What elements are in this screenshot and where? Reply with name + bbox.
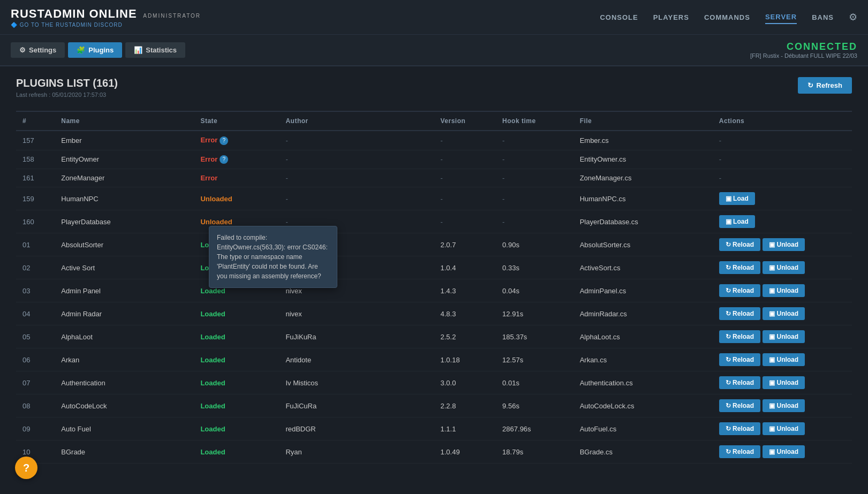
cell-actions: - xyxy=(713,150,852,169)
cell-version: - xyxy=(434,150,496,169)
cell-author: redBDGR xyxy=(279,417,434,440)
tab-plugins[interactable]: 🧩 Plugins xyxy=(68,42,122,58)
nav-commands[interactable]: COMMANDS xyxy=(704,11,750,24)
cell-file: AlphaLoot.cs xyxy=(573,325,713,348)
cell-file: AdminRadar.cs xyxy=(573,302,713,325)
table-row: 02 Active Sort Loaded Egor Blagov 1.0.4 … xyxy=(16,256,852,279)
cell-hooktime: 12.91s xyxy=(496,302,573,325)
tab-settings[interactable]: ⚙ Settings xyxy=(11,42,65,58)
reload-button[interactable]: ↻ Reload xyxy=(719,261,760,274)
cell-file: BGrade.cs xyxy=(573,440,713,463)
cell-num: 03 xyxy=(16,279,55,302)
cell-state: Error? xyxy=(194,131,279,150)
unload-button[interactable]: ▣ Unload xyxy=(763,353,805,366)
last-refresh: Last refresh : 05/01/2020 17:57:03 xyxy=(16,92,118,98)
gear-icon[interactable]: ⚙ xyxy=(849,11,857,23)
plugins-header: PLUGINS LIST (161) Last refresh : 05/01/… xyxy=(16,77,852,98)
cell-actions: ↻ Reload▣ Unload xyxy=(713,256,852,279)
unload-button[interactable]: ▣ Unload xyxy=(763,238,805,251)
cell-name: Active Sort xyxy=(55,256,194,279)
cell-actions: ↻ Reload▣ Unload xyxy=(713,279,852,302)
unload-button[interactable]: ▣ Unload xyxy=(763,376,805,389)
unload-button[interactable]: ▣ Unload xyxy=(763,307,805,320)
connected-label: CONNECTED xyxy=(750,41,857,52)
unload-button[interactable]: ▣ Unload xyxy=(763,445,805,458)
cell-state: Loaded xyxy=(194,440,279,463)
cell-name: Auto Fuel xyxy=(55,417,194,440)
load-button[interactable]: ▣ Load xyxy=(719,192,755,205)
cell-state: Loaded xyxy=(194,417,279,440)
cell-file: EntityOwner.cs xyxy=(573,150,713,169)
reload-button[interactable]: ↻ Reload xyxy=(719,376,760,389)
table-row: 09 Auto Fuel Loaded redBDGR 1.1.1 2867.9… xyxy=(16,417,852,440)
cell-state: Unloaded xyxy=(194,187,279,210)
cell-version: 1.0.49 xyxy=(434,440,496,463)
reload-button[interactable]: ↻ Reload xyxy=(719,307,760,320)
cell-version: - xyxy=(434,210,496,233)
info-icon[interactable]: ? xyxy=(220,136,228,145)
nav-server[interactable]: SERVER xyxy=(765,11,797,24)
unload-button[interactable]: ▣ Unload xyxy=(763,399,805,412)
connected-server: [FR] Rustix - Débutant FULL WIPE 22/03 xyxy=(750,52,857,59)
cell-author: - xyxy=(279,169,434,187)
main-content: PLUGINS LIST (161) Last refresh : 05/01/… xyxy=(0,66,868,474)
cell-author: Iv Misticos xyxy=(279,371,434,394)
table-row: 05 AlphaLoot Loaded FuJiKuRa 2.5.2 185.3… xyxy=(16,325,852,348)
reload-button[interactable]: ↻ Reload xyxy=(719,238,760,251)
no-actions: - xyxy=(719,136,721,145)
cell-hooktime: 0.33s xyxy=(496,256,573,279)
unload-button[interactable]: ▣ Unload xyxy=(763,261,805,274)
table-scroll[interactable]: # Name State Author Version Hook time Fi… xyxy=(16,107,852,463)
cell-file: HumanNPC.cs xyxy=(573,187,713,210)
table-row: 10 BGrade Loaded Ryan 1.0.49 18.79s BGra… xyxy=(16,440,852,463)
unload-button[interactable]: ▣ Unload xyxy=(763,330,805,343)
cell-author: FuJiCuRa xyxy=(279,394,434,417)
cell-actions: ↻ Reload▣ Unload xyxy=(713,302,852,325)
nav-console[interactable]: CONSOLE xyxy=(600,11,638,24)
cell-name: HumanNPC xyxy=(55,187,194,210)
cell-version: 1.4.3 xyxy=(434,279,496,302)
main-nav: CONSOLE PLAYERS COMMANDS SERVER BANS ⚙ xyxy=(600,11,857,24)
cell-num: 160 xyxy=(16,210,55,233)
col-header-state: State xyxy=(194,111,279,131)
cell-author: Antidote xyxy=(279,348,434,371)
col-header-actions: Actions xyxy=(713,111,852,131)
tab-statistics[interactable]: 📊 Statistics xyxy=(125,42,185,58)
info-icon[interactable]: ? xyxy=(220,155,228,164)
table-row: 160 PlayerDatabase Unloaded - - - Player… xyxy=(16,210,852,233)
reload-button[interactable]: ↻ Reload xyxy=(719,330,760,343)
cell-name: Authentication xyxy=(55,371,194,394)
connected-info: CONNECTED [FR] Rustix - Débutant FULL WI… xyxy=(750,41,857,59)
cell-num: 161 xyxy=(16,169,55,187)
reload-button[interactable]: ↻ Reload xyxy=(719,422,760,435)
refresh-button[interactable]: ↻ Refresh xyxy=(798,77,852,94)
cell-actions: ↻ Reload▣ Unload xyxy=(713,348,852,371)
cell-state: Error? xyxy=(194,150,279,169)
unload-button[interactable]: ▣ Unload xyxy=(763,284,805,297)
cell-actions: ↻ Reload▣ Unload xyxy=(713,371,852,394)
cell-num: 06 xyxy=(16,348,55,371)
cell-hooktime: 185.37s xyxy=(496,325,573,348)
reload-button[interactable]: ↻ Reload xyxy=(719,284,760,297)
no-actions: - xyxy=(719,174,721,182)
load-button[interactable]: ▣ Load xyxy=(719,215,755,228)
cell-actions: ↻ Reload▣ Unload xyxy=(713,233,852,256)
discord-link[interactable]: GO TO THE RUSTADMIN DISCORD xyxy=(11,22,201,28)
cell-actions: ↻ Reload▣ Unload xyxy=(713,417,852,440)
tabs-area: ⚙ Settings 🧩 Plugins 📊 Statistics CONNEC… xyxy=(0,35,868,66)
table-row: 04 Admin Radar Loaded nivex 4.8.3 12.91s… xyxy=(16,302,852,325)
header-left: RUSTADMIN ONLINE ADMINISTRATOR GO TO THE… xyxy=(11,7,201,28)
cell-file: AdminPanel.cs xyxy=(573,279,713,302)
cell-hooktime: - xyxy=(496,187,573,210)
site-title: RUSTADMIN ONLINE ADMINISTRATOR xyxy=(11,7,201,21)
reload-button[interactable]: ↻ Reload xyxy=(719,445,760,458)
reload-button[interactable]: ↻ Reload xyxy=(719,353,760,366)
unload-button[interactable]: ▣ Unload xyxy=(763,422,805,435)
nav-bans[interactable]: BANS xyxy=(812,11,834,24)
cell-num: 159 xyxy=(16,187,55,210)
help-button[interactable]: ? xyxy=(15,457,37,479)
reload-button[interactable]: ↻ Reload xyxy=(719,399,760,412)
nav-players[interactable]: PLAYERS xyxy=(653,11,689,24)
error-tooltip: Failed to compile: EntityOwner.cs(563,30… xyxy=(209,226,337,288)
cell-version: - xyxy=(434,169,496,187)
